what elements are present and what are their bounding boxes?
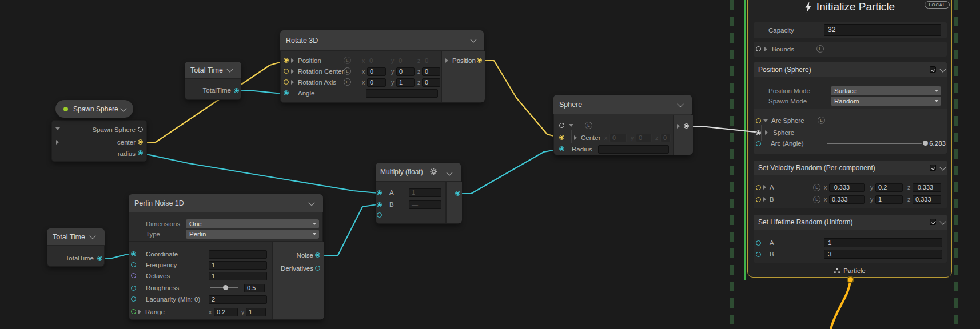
arc-sphere-input-port[interactable] xyxy=(756,118,761,123)
sphere-radius-field[interactable]: — xyxy=(598,145,669,154)
lacunarity-input-port[interactable] xyxy=(131,296,136,302)
multiply-extra-input-port[interactable] xyxy=(377,212,382,218)
position-output-expander-icon[interactable] xyxy=(445,58,448,63)
roughness-input-port[interactable] xyxy=(131,286,136,291)
position-input-port[interactable] xyxy=(284,58,289,63)
totaltime-output-port[interactable] xyxy=(97,256,102,261)
derivatives-output-port[interactable] xyxy=(315,266,320,271)
sphere-output-expander-icon[interactable] xyxy=(677,124,680,129)
sphere-center-input-port[interactable] xyxy=(559,135,564,140)
range-y-field[interactable]: 1 xyxy=(246,308,266,316)
set-lifetime-enabled-checkbox[interactable] xyxy=(930,219,936,225)
lifetime-a-field[interactable]: 1 xyxy=(824,238,942,247)
rotation-axis-input-port[interactable] xyxy=(284,79,289,85)
sphere-output-port[interactable] xyxy=(684,123,689,129)
roughness-field[interactable]: 0.5 xyxy=(244,284,265,292)
totaltime-output-port[interactable] xyxy=(234,88,239,93)
capacity-field[interactable]: 32 xyxy=(824,24,941,36)
vfx-graph-canvas[interactable]: Initialize Particle LOCAL Capacity 32 Bo… xyxy=(0,0,980,329)
rotation-center-l-badge[interactable]: L xyxy=(344,67,351,75)
velocity-a-y-field[interactable]: 0.2 xyxy=(875,183,903,192)
frequency-field[interactable]: 1 xyxy=(209,261,267,270)
octaves-input-port[interactable] xyxy=(131,273,136,278)
range-expander-icon[interactable] xyxy=(138,310,141,314)
rotation-axis-y-field[interactable]: 1 xyxy=(396,78,415,87)
rotation-center-z-field[interactable]: 0 xyxy=(422,67,440,76)
spawn-sphere-expander-icon[interactable] xyxy=(55,127,60,130)
position-l-badge[interactable]: L xyxy=(344,57,351,64)
dimensions-dropdown[interactable]: One xyxy=(186,219,319,228)
position-sphere-enabled-checkbox[interactable] xyxy=(930,66,936,73)
octaves-field[interactable]: 1 xyxy=(209,272,267,280)
velocity-b-expander-icon[interactable] xyxy=(763,197,766,202)
noise-output-port[interactable] xyxy=(315,252,320,258)
arc-sphere-l-badge[interactable]: L xyxy=(818,117,825,124)
multiply-b-field[interactable]: — xyxy=(409,200,441,209)
arc-angle-slider-track[interactable] xyxy=(827,143,922,144)
velocity-a-z-field[interactable]: -0.333 xyxy=(913,183,941,192)
velocity-a-input-port[interactable] xyxy=(756,185,761,190)
position-mode-dropdown[interactable]: Surface xyxy=(831,86,941,95)
multiply-a-field[interactable]: 1 xyxy=(409,188,441,197)
position-output-port[interactable] xyxy=(477,58,482,63)
multiply-a-input-port[interactable] xyxy=(377,190,382,195)
velocity-a-l-badge[interactable]: L xyxy=(813,184,820,191)
sphere-block-input-port[interactable] xyxy=(756,130,761,135)
center-output-port[interactable] xyxy=(138,139,143,145)
rotation-axis-expander-icon[interactable] xyxy=(291,80,294,85)
spawn-mode-dropdown[interactable]: Random xyxy=(831,97,941,106)
particle-flow-anchor[interactable] xyxy=(847,276,854,283)
lacunarity-field[interactable]: 2 xyxy=(209,295,267,304)
gear-icon[interactable] xyxy=(430,168,437,175)
velocity-a-expander-icon[interactable] xyxy=(763,185,766,190)
roughness-slider-handle[interactable] xyxy=(223,285,228,290)
lifetime-b-field[interactable]: 3 xyxy=(824,250,942,259)
axis-x-label: x xyxy=(604,133,607,142)
sphere-center-expander-icon[interactable] xyxy=(574,135,577,140)
coordinate-field[interactable]: — xyxy=(209,250,267,259)
set-velocity-enabled-checkbox[interactable] xyxy=(930,164,936,171)
initialize-particle-context[interactable]: Initialize Particle LOCAL Capacity 32 Bo… xyxy=(747,0,952,278)
rotation-center-x-field[interactable]: 0 xyxy=(367,67,386,76)
type-dropdown[interactable]: Perlin xyxy=(186,230,319,239)
bounds-input-port[interactable] xyxy=(756,46,761,51)
arc-sphere-expander-icon[interactable] xyxy=(763,119,768,122)
velocity-b-l-badge[interactable]: L xyxy=(813,196,820,203)
bounds-l-badge[interactable]: L xyxy=(816,45,824,53)
bounds-expander-icon[interactable] xyxy=(764,47,767,51)
center-output-label: center xyxy=(79,138,136,147)
rotation-center-y-field[interactable]: 0 xyxy=(396,67,415,76)
position-expander-icon[interactable] xyxy=(291,58,294,63)
sphere-block-expander-icon[interactable] xyxy=(765,130,768,135)
velocity-a-x-field[interactable]: -0.333 xyxy=(829,183,865,192)
range-x-field[interactable]: 0.2 xyxy=(214,308,238,316)
spawn-sphere-output-port[interactable] xyxy=(138,127,143,132)
sphere-center-x-field: 0 xyxy=(609,134,627,142)
coordinate-input-port[interactable] xyxy=(131,251,136,256)
velocity-b-y-field[interactable]: 1 xyxy=(875,195,903,204)
rotation-center-expander-icon[interactable] xyxy=(291,69,294,74)
frequency-input-port[interactable] xyxy=(131,262,136,267)
sphere-radius-input-port[interactable] xyxy=(559,146,564,151)
context-titlebar: Initialize Particle xyxy=(748,1,951,13)
multiply-output-port[interactable] xyxy=(455,191,460,196)
lifetime-b-input-port[interactable] xyxy=(756,252,761,257)
velocity-b-input-port[interactable] xyxy=(756,197,761,202)
sphere-l-badge[interactable]: L xyxy=(585,122,592,129)
sphere-root-expander-icon[interactable] xyxy=(569,124,573,127)
angle-field[interactable]: — xyxy=(366,89,438,98)
multiply-b-input-port[interactable] xyxy=(377,202,382,207)
sphere-root-input-port[interactable] xyxy=(559,123,564,128)
radius-output-port[interactable] xyxy=(138,150,143,155)
angle-input-port[interactable] xyxy=(284,90,289,95)
arc-angle-input-port[interactable] xyxy=(756,141,761,146)
rotation-center-input-port[interactable] xyxy=(284,69,289,74)
range-input-port[interactable] xyxy=(131,309,136,314)
rotation-axis-z-field[interactable]: 0 xyxy=(422,78,440,87)
velocity-b-z-field[interactable]: 0.333 xyxy=(913,195,941,204)
rotation-axis-l-badge[interactable]: L xyxy=(344,78,351,86)
velocity-b-x-field[interactable]: 0.333 xyxy=(829,195,865,204)
rotation-axis-x-field[interactable]: 0 xyxy=(367,78,386,87)
lifetime-a-input-port[interactable] xyxy=(756,240,761,246)
arc-angle-value[interactable]: 6.283 xyxy=(926,139,946,148)
